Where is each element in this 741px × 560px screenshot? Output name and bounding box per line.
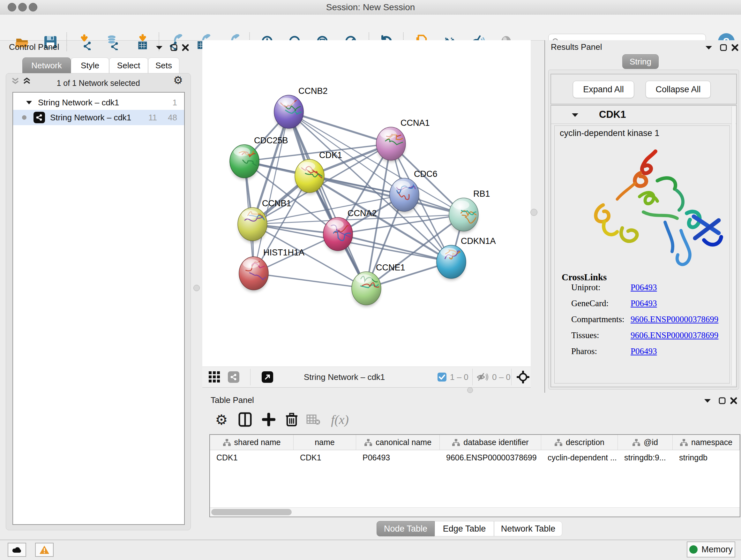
results-panel-float-icon[interactable] bbox=[718, 43, 729, 52]
table-options-gear-icon[interactable]: ⚙ bbox=[213, 411, 230, 428]
network-label: String Network – cdk1 bbox=[50, 113, 131, 123]
open-view-window-icon[interactable] bbox=[262, 369, 273, 385]
column-type-icon bbox=[452, 439, 460, 446]
table-cell[interactable]: cyclin-dependent ... bbox=[541, 450, 618, 465]
control-panel-close-icon[interactable] bbox=[180, 43, 191, 52]
delete-column-icon[interactable] bbox=[283, 411, 300, 428]
memory-label: Memory bbox=[701, 545, 733, 555]
crosslink-label: Tissues: bbox=[571, 330, 599, 340]
tab-network-table[interactable]: Network Table bbox=[494, 521, 562, 537]
gene-detail-box: cyclin-dependent kinase 1 bbox=[554, 125, 730, 383]
warnings-button[interactable] bbox=[35, 543, 54, 557]
column-type-icon bbox=[680, 439, 688, 446]
cloud-status-button[interactable] bbox=[8, 543, 26, 557]
network-status-dot bbox=[22, 115, 26, 120]
table-cell[interactable]: CDK1 bbox=[293, 450, 356, 465]
column-header-canonical-name[interactable]: canonical name bbox=[356, 435, 440, 450]
import-network-file-icon[interactable] bbox=[77, 33, 95, 51]
tab-sets[interactable]: Sets bbox=[148, 57, 179, 73]
tab-select[interactable]: Select bbox=[109, 57, 148, 73]
horizontal-splitter-handle[interactable] bbox=[467, 387, 473, 393]
protein-structure-image bbox=[560, 142, 726, 270]
column-type-icon bbox=[554, 439, 562, 446]
gene-section-header[interactable]: CDK1 bbox=[551, 106, 736, 124]
birds-eye-view-icon[interactable] bbox=[516, 369, 530, 385]
results-panel-title: Results Panel bbox=[551, 42, 602, 52]
column-header-name[interactable]: name bbox=[293, 435, 356, 450]
hidden-node-edge-counts: 0 – 0 bbox=[492, 372, 511, 382]
table-cell[interactable]: P06493 bbox=[356, 450, 440, 465]
results-scrollbar[interactable] bbox=[731, 106, 736, 385]
memory-button[interactable]: Memory bbox=[687, 542, 735, 557]
tab-node-table[interactable]: Node Table bbox=[377, 521, 434, 537]
network-collection-row[interactable]: String Network – cdk1 1 bbox=[13, 95, 184, 110]
column-header-shared-name[interactable]: shared name bbox=[210, 435, 293, 450]
gene-name: CDK1 bbox=[599, 109, 626, 120]
control-panel-title: Control Panel bbox=[9, 42, 59, 52]
table-panel-close-icon[interactable] bbox=[728, 396, 739, 406]
crosslink-link[interactable]: P06493 bbox=[630, 283, 657, 293]
import-network-database-icon[interactable] bbox=[105, 33, 122, 51]
column-header--id[interactable]: @id bbox=[618, 435, 673, 450]
crosslink-row: Uniprot:P06493 bbox=[555, 283, 730, 299]
tab-edge-table[interactable]: Edge Table bbox=[434, 521, 494, 537]
crosslink-link[interactable]: P06493 bbox=[630, 347, 657, 356]
table-cell[interactable]: stringdb:9... bbox=[618, 450, 673, 465]
crosslink-label: Uniprot: bbox=[571, 283, 601, 293]
expand-collapse-box: Expand All Collapse All bbox=[550, 74, 737, 105]
node-label-CCNB2: CCNB2 bbox=[298, 86, 328, 96]
table-cell[interactable]: CDK1 bbox=[210, 450, 293, 465]
network-canvas[interactable]: CCNB2 CCNA1 CDC25B CDK1 CDC6 RB1 CCNB1 bbox=[202, 40, 531, 367]
table-panel-float-icon[interactable] bbox=[717, 396, 728, 406]
results-panel-collapse-icon[interactable] bbox=[703, 43, 714, 52]
crosslink-row: Compartments:9606.ENSP00000378699 bbox=[555, 314, 730, 330]
tab-string[interactable]: String bbox=[622, 54, 659, 69]
right-splitter-handle[interactable] bbox=[530, 209, 537, 216]
hidden-eye-icon[interactable]: 0 – 0 bbox=[476, 369, 511, 385]
selected-checkbox-icon[interactable]: 1 – 0 bbox=[437, 369, 468, 385]
gene-collapse-icon[interactable] bbox=[571, 113, 579, 117]
string-view-icon[interactable] bbox=[228, 369, 239, 385]
column-header-namespace[interactable]: namespace bbox=[673, 435, 740, 450]
control-panel-float-icon[interactable] bbox=[169, 43, 179, 52]
network-node-CCNB1[interactable]: CCNB1 bbox=[238, 199, 291, 242]
node-label-RB1: RB1 bbox=[473, 189, 490, 199]
network-node-CCNE1[interactable]: CCNE1 bbox=[352, 263, 405, 307]
left-splitter-handle[interactable] bbox=[193, 285, 200, 291]
expand-all-button[interactable]: Expand All bbox=[573, 81, 634, 98]
tree-expand-icon[interactable] bbox=[26, 100, 32, 105]
crosslink-row: GeneCard:P06493 bbox=[555, 299, 730, 314]
table-hscrollbar[interactable] bbox=[210, 507, 740, 516]
crosslink-link[interactable]: 9606.ENSP00000378699 bbox=[630, 314, 718, 324]
column-header-database-identifier[interactable]: database identifier bbox=[440, 435, 541, 450]
crosslink-link[interactable]: 9606.ENSP00000378699 bbox=[630, 330, 718, 340]
crosslink-link[interactable]: P06493 bbox=[630, 299, 657, 308]
node-label-CCNA1: CCNA1 bbox=[401, 118, 430, 128]
edge-count: 48 bbox=[168, 113, 177, 123]
column-header-description[interactable]: description bbox=[541, 435, 618, 450]
create-column-icon[interactable] bbox=[260, 411, 277, 428]
tab-style[interactable]: Style bbox=[71, 57, 109, 73]
column-type-icon bbox=[223, 439, 231, 446]
gene-description: cyclin-dependent kinase 1 bbox=[560, 128, 659, 138]
table-cell[interactable]: stringdb bbox=[673, 450, 740, 465]
table-hscrollbar-thumb[interactable] bbox=[211, 509, 292, 515]
collection-label: String Network – cdk1 bbox=[38, 98, 119, 108]
tab-network[interactable]: Network bbox=[22, 57, 71, 73]
collapse-all-button[interactable]: Collapse All bbox=[646, 81, 711, 98]
table-row[interactable]: CDK1CDK1P064939606.ENSP00000378699cyclin… bbox=[210, 450, 740, 465]
network-node-CDKN1A[interactable]: CDKN1A bbox=[436, 236, 496, 280]
network-options-gear-icon[interactable]: ⚙ bbox=[173, 75, 184, 85]
table-cell[interactable]: 9606.ENSP00000378699 bbox=[440, 450, 541, 465]
import-table-file-icon[interactable] bbox=[134, 33, 151, 51]
column-type-icon bbox=[364, 439, 373, 446]
network-node-HIST1H1A[interactable]: HIST1H1A bbox=[239, 248, 305, 292]
show-columns-icon[interactable] bbox=[237, 411, 253, 428]
network-node-RB1[interactable]: RB1 bbox=[449, 189, 490, 233]
table-panel-collapse-icon[interactable] bbox=[702, 396, 713, 406]
results-panel-close-icon[interactable] bbox=[730, 43, 740, 52]
network-row[interactable]: String Network – cdk1 11 48 bbox=[13, 110, 184, 125]
grid-view-icon[interactable] bbox=[208, 369, 221, 385]
control-panel-collapse-icon[interactable] bbox=[154, 43, 165, 52]
network-node-CDK1[interactable]: CDK1 bbox=[295, 150, 342, 194]
